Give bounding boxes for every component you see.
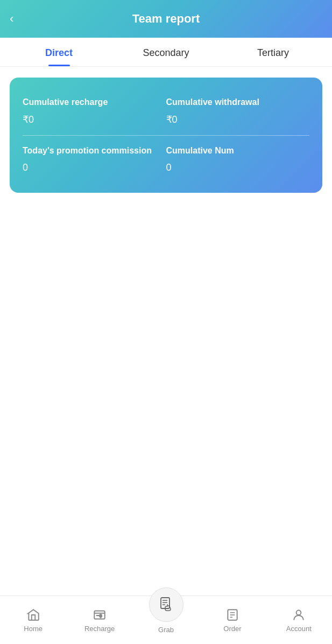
- svg-point-13: [296, 610, 301, 615]
- bottom-nav: Home $ Recharge Grab: [0, 596, 332, 644]
- recharge-icon: $: [93, 608, 107, 622]
- cumulative-recharge-cell: Cumulative recharge ₹0: [23, 93, 166, 130]
- home-icon: [26, 608, 40, 622]
- cumulative-withdrawal-cell: Cumulative withdrawal ₹0: [166, 93, 310, 130]
- svg-text:$: $: [100, 613, 102, 618]
- nav-account-label: Account: [286, 625, 312, 633]
- cumulative-num-label: Cumulative Num: [166, 145, 310, 157]
- back-button[interactable]: ‹: [10, 12, 13, 26]
- cumulative-recharge-value: ₹0: [23, 114, 166, 125]
- order-icon: [225, 608, 239, 622]
- cumulative-num-cell: Cumulative Num 0: [166, 141, 310, 178]
- todays-commission-label: Today's promotion commission: [23, 145, 166, 157]
- page-title: Team report: [132, 12, 200, 26]
- stats-divider: [23, 135, 309, 136]
- tab-tertiary[interactable]: Tertiary: [220, 38, 327, 66]
- todays-commission-value: 0: [23, 162, 166, 173]
- grab-circle: [149, 587, 183, 622]
- nav-grab-label: Grab: [158, 626, 174, 634]
- nav-account[interactable]: Account: [266, 608, 332, 633]
- cumulative-withdrawal-label: Cumulative withdrawal: [166, 97, 310, 108]
- tab-secondary[interactable]: Secondary: [112, 38, 220, 66]
- nav-recharge-label: Recharge: [84, 625, 115, 633]
- nav-recharge[interactable]: $ Recharge: [66, 608, 132, 633]
- tab-direct[interactable]: Direct: [5, 38, 112, 66]
- stats-grid: Cumulative recharge ₹0 Cumulative withdr…: [23, 93, 309, 178]
- stats-card: Cumulative recharge ₹0 Cumulative withdr…: [10, 78, 322, 193]
- cumulative-recharge-label: Cumulative recharge: [23, 97, 166, 108]
- header: ‹ Team report: [0, 0, 332, 38]
- account-icon: [292, 608, 306, 622]
- nav-order-label: Order: [223, 625, 241, 633]
- cumulative-withdrawal-value: ₹0: [166, 114, 310, 125]
- nav-home-label: Home: [24, 625, 43, 633]
- nav-home[interactable]: Home: [0, 608, 66, 633]
- nav-grab[interactable]: Grab: [133, 587, 199, 634]
- tab-bar: Direct Secondary Tertiary: [0, 38, 332, 67]
- todays-commission-cell: Today's promotion commission 0: [23, 141, 166, 178]
- cumulative-num-value: 0: [166, 162, 310, 173]
- grab-icon: [157, 596, 175, 614]
- nav-order[interactable]: Order: [199, 608, 265, 633]
